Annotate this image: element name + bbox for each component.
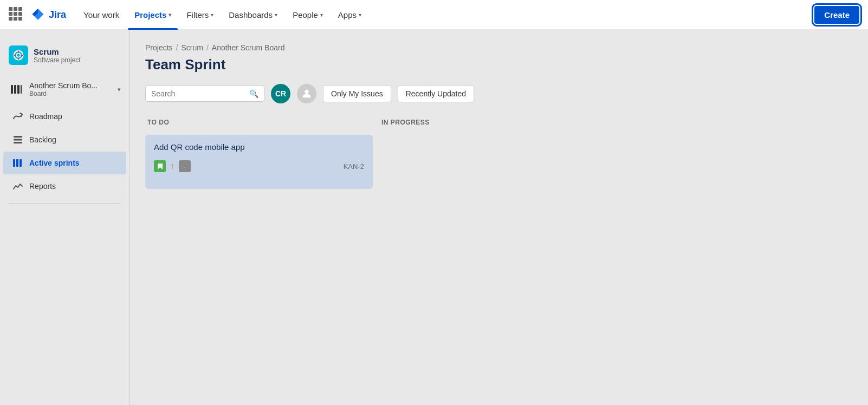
page-title: Team Sprint <box>145 56 853 73</box>
search-input[interactable] <box>151 89 245 98</box>
filters-chevron-icon: ▾ <box>211 12 213 18</box>
dashboards-chevron-icon: ▾ <box>275 12 277 18</box>
sidebar-divider <box>9 203 121 204</box>
column-header-todo: TO DO <box>145 114 373 130</box>
breadcrumb-projects[interactable]: Projects <box>145 43 173 52</box>
board-column-todo: TO DO Add QR code mobile app ↑ - KAN-2 <box>145 114 373 277</box>
svg-point-1 <box>16 53 20 57</box>
avatar-cr[interactable]: CR <box>271 84 290 103</box>
backlog-icon <box>12 134 24 146</box>
board-type: Board <box>29 90 112 97</box>
recently-updated-button[interactable]: Recently Updated <box>398 85 474 102</box>
nav-your-work[interactable]: Your work <box>77 0 126 30</box>
breadcrumb-sep-1: / <box>176 43 178 52</box>
nav-apps[interactable]: Apps ▾ <box>332 0 368 30</box>
jira-logo[interactable]: Jira <box>30 7 66 22</box>
apps-chevron-icon: ▾ <box>359 12 361 18</box>
project-icon <box>9 45 28 65</box>
svg-rect-11 <box>14 139 22 141</box>
svg-rect-6 <box>11 85 13 94</box>
board-column-inprogress: IN PROGRESS <box>379 114 488 277</box>
sidebar-item-active-sprints[interactable]: Active sprints <box>3 152 126 174</box>
nav-filters[interactable]: Filters ▾ <box>180 0 220 30</box>
nav-your-work-label: Your work <box>83 10 119 19</box>
people-chevron-icon: ▾ <box>320 12 323 18</box>
card-kan-2[interactable]: Add QR code mobile app ↑ - KAN-2 <box>145 135 373 189</box>
nav-dashboards-label: Dashboards <box>229 10 273 19</box>
sidebar-item-reports-label: Reports <box>29 182 56 191</box>
search-box[interactable]: 🔍 <box>145 86 264 102</box>
nav-filters-label: Filters <box>186 10 209 19</box>
nav-projects[interactable]: Projects ▾ <box>128 0 178 30</box>
sidebar-item-backlog-label: Backlog <box>29 135 56 144</box>
app-layout: Scrum Software project Another Scrum Bo.… <box>0 30 868 405</box>
card-priority-icon: ↑ <box>170 161 174 171</box>
only-my-issues-button[interactable]: Only My Issues <box>323 85 391 102</box>
column-header-inprogress: IN PROGRESS <box>379 114 488 130</box>
sidebar-item-backlog[interactable]: Backlog <box>3 128 126 151</box>
card-dash-icon: - <box>179 160 191 172</box>
project-header: Scrum Software project <box>0 39 129 71</box>
grid-menu-icon[interactable] <box>9 7 24 22</box>
svg-point-16 <box>305 90 308 94</box>
sidebar-item-roadmap[interactable]: Roadmap <box>3 105 126 128</box>
nav-projects-label: Projects <box>134 10 166 19</box>
card-footer-kan-2: ↑ - KAN-2 <box>154 160 364 172</box>
search-icon: 🔍 <box>249 89 258 98</box>
logo-text: Jira <box>49 9 66 21</box>
breadcrumb-board: Another Scrum Board <box>212 43 285 52</box>
svg-rect-8 <box>17 85 20 94</box>
nav-apps-label: Apps <box>338 10 357 19</box>
create-button[interactable]: Create <box>814 6 859 24</box>
svg-rect-14 <box>16 159 18 167</box>
board-name: Another Scrum Bo... <box>29 81 112 90</box>
board-columns: TO DO Add QR code mobile app ↑ - KAN-2 <box>145 114 853 277</box>
roadmap-icon <box>12 110 24 122</box>
svg-rect-15 <box>20 159 22 167</box>
sidebar-item-active-sprints-label: Active sprints <box>29 159 80 167</box>
active-sprints-icon <box>12 157 24 169</box>
svg-rect-9 <box>21 85 22 94</box>
sidebar-item-reports[interactable]: Reports <box>3 175 126 198</box>
reports-icon <box>12 180 24 192</box>
nav-people-label: People <box>293 10 318 19</box>
svg-marker-17 <box>158 164 163 169</box>
nav-dashboards[interactable]: Dashboards ▾ <box>222 0 284 30</box>
breadcrumb-scrum[interactable]: Scrum <box>181 43 203 52</box>
board-toolbar: 🔍 CR Only My Issues Recently Updated <box>145 84 853 103</box>
svg-rect-10 <box>14 136 22 138</box>
card-id: KAN-2 <box>344 162 364 171</box>
top-nav: Jira Your work Projects ▾ Filters ▾ Dash… <box>0 0 868 30</box>
projects-chevron-icon: ▾ <box>169 12 171 18</box>
breadcrumb-sep-2: / <box>206 43 209 52</box>
board-icon <box>9 82 24 97</box>
avatar-anon[interactable] <box>297 84 316 103</box>
board-chevron-icon: ▾ <box>118 86 121 93</box>
sidebar: Scrum Software project Another Scrum Bo.… <box>0 30 130 405</box>
breadcrumb: Projects / Scrum / Another Scrum Board <box>145 43 853 52</box>
nav-people[interactable]: People ▾ <box>286 0 329 30</box>
sidebar-board[interactable]: Another Scrum Bo... Board ▾ <box>0 76 129 103</box>
svg-rect-12 <box>14 142 22 143</box>
svg-rect-13 <box>13 159 15 167</box>
project-name: Scrum <box>34 47 81 56</box>
sidebar-item-roadmap-label: Roadmap <box>29 112 62 121</box>
project-type: Software project <box>34 56 81 64</box>
card-title-kan-2: Add QR code mobile app <box>154 142 364 152</box>
card-tag-bookmark-icon <box>154 160 166 172</box>
svg-rect-7 <box>14 85 16 94</box>
main-content: Projects / Scrum / Another Scrum Board T… <box>130 30 868 405</box>
